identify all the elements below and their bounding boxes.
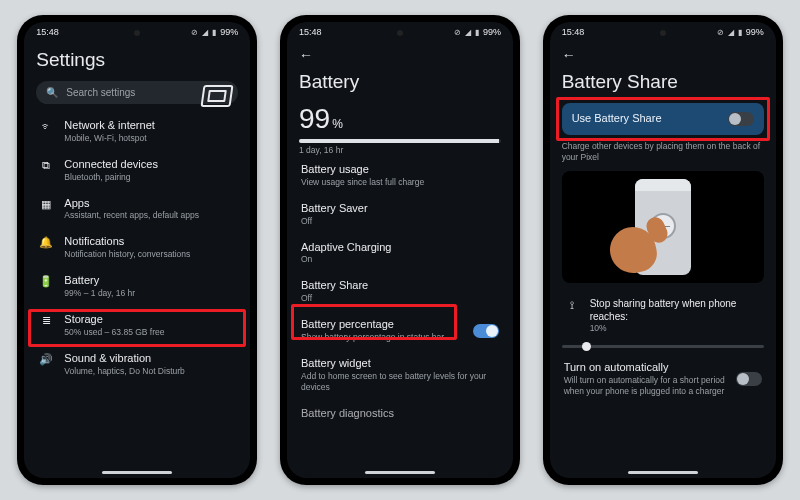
brand-logo bbox=[201, 85, 234, 107]
row-battery-widget[interactable]: Battery widgetAdd to home screen to see … bbox=[299, 350, 501, 400]
row-stop-threshold[interactable]: ⟟ Stop sharing battery when phone reache… bbox=[562, 291, 764, 341]
row-turn-on-automatically[interactable]: Turn on automaticallyWill turn on automa… bbox=[562, 354, 764, 404]
sound-icon: 🔊 bbox=[38, 352, 54, 366]
toggle-auto[interactable] bbox=[736, 372, 762, 386]
sidebar-item-sound[interactable]: 🔊 Sound & vibrationVolume, haptics, Do N… bbox=[36, 345, 238, 384]
page-title: Settings bbox=[36, 49, 238, 71]
stop-threshold-slider[interactable] bbox=[562, 345, 764, 348]
dnd-icon: ⊘ bbox=[717, 28, 724, 37]
battery-icon: ▮ bbox=[212, 28, 216, 37]
dnd-icon: ⊘ bbox=[191, 28, 198, 37]
row-adaptive-charging[interactable]: Adaptive ChargingOn bbox=[299, 234, 501, 273]
sidebar-item-apps[interactable]: ▦ AppsAssistant, recent apps, default ap… bbox=[36, 190, 238, 229]
signal-icon: ◢ bbox=[202, 28, 208, 37]
use-battery-share-row[interactable]: Use Battery Share bbox=[562, 103, 764, 135]
status-battery: 99% bbox=[746, 27, 764, 37]
status-battery: 99% bbox=[220, 27, 238, 37]
signal-icon: ◢ bbox=[728, 28, 734, 37]
row-battery-saver[interactable]: Battery SaverOff bbox=[299, 195, 501, 234]
phone-1: 15:48 ⊘ ◢ ▮ 99% Settings 🔍 Search settin… bbox=[17, 15, 257, 485]
battery-row-icon: 🔋 bbox=[38, 274, 54, 288]
home-indicator[interactable] bbox=[628, 471, 698, 474]
status-battery: 99% bbox=[483, 27, 501, 37]
sidebar-item-connected-devices[interactable]: ⧉ Connected devicesBluetooth, pairing bbox=[36, 151, 238, 190]
screen-settings: 15:48 ⊘ ◢ ▮ 99% Settings 🔍 Search settin… bbox=[24, 22, 250, 478]
battery-share-illustration bbox=[562, 171, 764, 283]
status-time: 15:48 bbox=[299, 27, 322, 37]
search-placeholder: Search settings bbox=[66, 87, 135, 98]
dnd-icon: ⊘ bbox=[454, 28, 461, 37]
row-battery-percentage[interactable]: Battery percentageShow battery percentag… bbox=[299, 311, 501, 350]
sidebar-item-storage[interactable]: ≣ Storage50% used – 63.85 GB free bbox=[36, 306, 238, 345]
battery-bar bbox=[299, 139, 501, 143]
home-indicator[interactable] bbox=[365, 471, 435, 474]
status-time: 15:48 bbox=[562, 27, 585, 37]
page-title: Battery bbox=[299, 71, 501, 93]
sidebar-item-notifications[interactable]: 🔔 NotificationsNotification history, con… bbox=[36, 228, 238, 267]
page-title: Battery Share bbox=[562, 71, 764, 93]
tune-icon: ⟟ bbox=[564, 298, 580, 312]
signal-icon: ◢ bbox=[465, 28, 471, 37]
battery-icon: ▮ bbox=[475, 28, 479, 37]
screen-battery: 15:48 ⊘ ◢ ▮ 99% ← Battery 99% 1 day, 16 … bbox=[287, 22, 513, 478]
battery-icon: ▮ bbox=[738, 28, 742, 37]
wifi-icon: ᯤ bbox=[38, 119, 54, 132]
sidebar-item-network[interactable]: ᯤ Network & internetMobile, Wi-Fi, hotsp… bbox=[36, 112, 238, 151]
battery-percent: 99% bbox=[299, 103, 501, 135]
screen-battery-share: 15:48 ⊘ ◢ ▮ 99% ← Battery Share Use Batt… bbox=[550, 22, 776, 478]
back-button[interactable]: ← bbox=[299, 43, 501, 65]
phone-3: 15:48 ⊘ ◢ ▮ 99% ← Battery Share Use Batt… bbox=[543, 15, 783, 485]
phone-2: 15:48 ⊘ ◢ ▮ 99% ← Battery 99% 1 day, 16 … bbox=[280, 15, 520, 485]
battery-estimate: 1 day, 16 hr bbox=[299, 145, 501, 156]
storage-icon: ≣ bbox=[38, 313, 54, 327]
devices-icon: ⧉ bbox=[38, 158, 54, 172]
sidebar-item-battery[interactable]: 🔋 Battery99% – 1 day, 16 hr bbox=[36, 267, 238, 306]
toggle-use-battery-share[interactable] bbox=[728, 112, 754, 126]
row-battery-share[interactable]: Battery ShareOff bbox=[299, 272, 501, 311]
row-battery-usage[interactable]: Battery usageView usage since last full … bbox=[299, 156, 501, 195]
battery-share-desc: Charge other devices by placing them on … bbox=[562, 141, 764, 163]
home-indicator[interactable] bbox=[102, 471, 172, 474]
toggle-battery-percentage[interactable] bbox=[473, 324, 499, 338]
apps-icon: ▦ bbox=[38, 197, 54, 211]
back-button[interactable]: ← bbox=[562, 43, 764, 65]
row-battery-diagnostics[interactable]: Battery diagnostics bbox=[299, 400, 501, 428]
search-icon: 🔍 bbox=[46, 87, 58, 98]
status-time: 15:48 bbox=[36, 27, 59, 37]
bell-icon: 🔔 bbox=[38, 235, 54, 249]
